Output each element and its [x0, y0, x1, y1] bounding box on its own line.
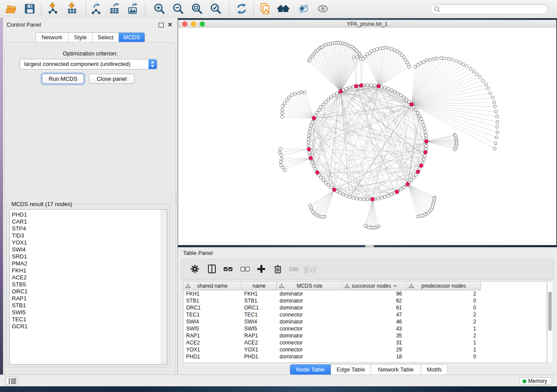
- save-session-button[interactable]: [23, 3, 36, 16]
- gear-icon: [190, 264, 200, 274]
- deselect-all-rows-button[interactable]: [239, 263, 251, 275]
- close-panel-icon[interactable]: ✕: [167, 22, 173, 28]
- column-header-successor-nodes[interactable]: successor nodes: [343, 282, 407, 290]
- mcds-result-item[interactable]: STB1: [10, 302, 158, 309]
- run-mcds-button[interactable]: Run MCDS: [42, 74, 84, 84]
- open-folder-icon: [6, 3, 18, 15]
- zoom-out-button[interactable]: [172, 3, 185, 16]
- refresh-view-button[interactable]: [235, 3, 248, 16]
- sort-descending-icon: [393, 285, 397, 287]
- mcds-panel: Optimization criterion: largest connecte…: [4, 42, 176, 374]
- tab-edge-table[interactable]: Edge Table: [331, 364, 371, 375]
- table-row[interactable]: FKH1FKH1dominator962: [183, 290, 481, 297]
- tab-select[interactable]: Select: [93, 33, 119, 42]
- search-input[interactable]: [442, 5, 544, 14]
- table-cell: FKH1: [183, 290, 242, 297]
- table-cell: 35: [343, 332, 407, 339]
- table-options-button[interactable]: [189, 263, 201, 275]
- table-cell: connector: [277, 346, 343, 353]
- tab-node-table[interactable]: Node Table: [290, 364, 331, 375]
- mcds-result-item[interactable]: ACE2: [10, 274, 158, 281]
- network-graph: [178, 28, 556, 245]
- tab-mcds[interactable]: MCDS: [119, 33, 145, 42]
- zoom-fit-button[interactable]: [190, 3, 204, 16]
- import-network-icon: [47, 3, 59, 15]
- show-all-networks-button[interactable]: [277, 3, 290, 16]
- search-icon: [434, 6, 441, 13]
- show-column-panel-button[interactable]: [206, 263, 218, 275]
- export-table-icon: [109, 3, 121, 15]
- table-row[interactable]: TEC1TEC1connector472: [183, 311, 481, 318]
- column-header-name[interactable]: name: [242, 282, 277, 290]
- dropdown-selected-value: largest connected component (undirected): [24, 61, 131, 67]
- mcds-result-item[interactable]: CAR1: [10, 218, 158, 225]
- table-row[interactable]: ORC1ORC1dominator610: [183, 304, 481, 311]
- close-panel-button[interactable]: Close panel: [89, 74, 135, 84]
- table-row[interactable]: STB1STB1dominator620: [183, 297, 481, 304]
- mcds-result-item[interactable]: TID3: [10, 232, 158, 239]
- table-row[interactable]: YOX1YOX1connector291: [183, 346, 481, 353]
- table-cell: connector: [277, 339, 343, 346]
- optimization-criterion-label: Optimization criterion:: [5, 50, 176, 57]
- table-cell: SWI4: [242, 318, 277, 325]
- optimization-criterion-dropdown[interactable]: largest connected component (undirected): [20, 59, 157, 69]
- export-network-button[interactable]: [90, 3, 103, 16]
- table-cell: dominator: [277, 297, 343, 304]
- table-row[interactable]: PHD1PHD1dominator180: [183, 353, 481, 360]
- table-cell: 1: [407, 325, 481, 332]
- table-row[interactable]: SWI4SWI4dominator462: [183, 318, 481, 325]
- network-canvas[interactable]: [178, 28, 556, 245]
- open-session-button[interactable]: [5, 3, 18, 16]
- mcds-result-item[interactable]: PMA2: [10, 260, 158, 267]
- import-table-button[interactable]: [66, 3, 79, 16]
- mcds-result-item[interactable]: STP4: [10, 225, 158, 232]
- table-row[interactable]: ACE2ACE2connector311: [183, 339, 481, 346]
- table-scrollbar-thumb[interactable]: [548, 292, 552, 331]
- memory-button[interactable]: Memory: [519, 377, 552, 385]
- column-header-MCDS-role[interactable]: MCDS role: [277, 282, 343, 290]
- table-row[interactable]: RAP1RAP1dominator352: [183, 332, 481, 339]
- export-table-button[interactable]: [108, 3, 121, 16]
- control-panel: Control Panel ✕ NetworkStyleSelectMCDS O…: [3, 18, 177, 375]
- table-cell: 31: [343, 339, 407, 346]
- toggle-graphics-details-button[interactable]: [297, 3, 310, 16]
- add-column-button[interactable]: [255, 263, 267, 275]
- table-toolbar: f(x): [181, 259, 554, 280]
- float-panel-icon[interactable]: [159, 23, 164, 28]
- export-image-button[interactable]: [127, 3, 140, 16]
- zoom-selected-icon: [210, 3, 222, 15]
- tab-style[interactable]: Style: [69, 33, 93, 42]
- mcds-result-item[interactable]: STB5: [10, 281, 158, 288]
- zoom-selected-button[interactable]: [209, 3, 222, 16]
- zoom-in-button[interactable]: [153, 3, 166, 16]
- column-header-predecessor-nodes[interactable]: predecessor nodes: [407, 282, 481, 290]
- table-cell: STB1: [183, 297, 242, 304]
- tab-network-table[interactable]: Network Table: [371, 364, 421, 375]
- mcds-result-item[interactable]: RAP1: [10, 295, 158, 302]
- mcds-result-item[interactable]: SWI4: [10, 246, 158, 253]
- table-row[interactable]: SWI5SWI5connector431: [183, 325, 481, 332]
- toggle-birds-eye-view-button[interactable]: [316, 3, 329, 16]
- mcds-result-item[interactable]: YOX1: [10, 239, 158, 246]
- memory-label: Memory: [528, 378, 547, 384]
- mcds-result-item[interactable]: SWI5: [10, 309, 158, 316]
- mcds-list-scrollbar[interactable]: [161, 210, 167, 364]
- task-history-button[interactable]: [5, 377, 18, 385]
- table-scrollbar[interactable]: [547, 281, 553, 363]
- delete-column-button[interactable]: [272, 263, 284, 275]
- mcds-result-item[interactable]: TEC1: [10, 316, 158, 323]
- new-network-from-selection-button[interactable]: [259, 3, 272, 16]
- tab-motifs[interactable]: Motifs: [421, 364, 447, 375]
- mcds-result-item[interactable]: SRD1: [10, 253, 158, 260]
- mcds-result-item[interactable]: FKH1: [10, 267, 158, 274]
- tab-network[interactable]: Network: [36, 33, 69, 42]
- control-panel-tabs: NetworkStyleSelectMCDS: [35, 32, 145, 42]
- mcds-result-item[interactable]: ORC1: [10, 288, 158, 295]
- table-type-tabs: Node TableEdge TableNetwork TableMotifs: [290, 364, 448, 375]
- column-header-shared-name[interactable]: shared name: [183, 282, 242, 290]
- table-cell: dominator: [277, 304, 343, 311]
- mcds-result-item[interactable]: PHD1: [10, 211, 158, 218]
- mcds-result-item[interactable]: GCR1: [10, 323, 158, 330]
- select-all-rows-button[interactable]: [222, 263, 234, 275]
- import-network-button[interactable]: [46, 3, 59, 16]
